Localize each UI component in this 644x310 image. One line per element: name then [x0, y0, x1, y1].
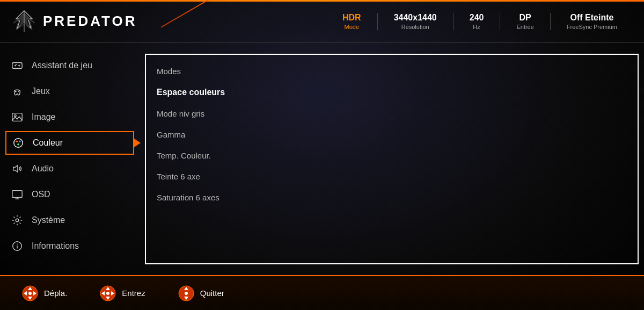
header-stats: HDR Mode 3440x1440 Résolution 240 Hz DP …	[326, 13, 633, 30]
svg-point-15	[16, 140, 18, 142]
nav-entrez-label: Entrez	[122, 289, 145, 298]
svg-point-22	[16, 219, 19, 222]
sidebar-label-jeux: Jeux	[32, 86, 50, 96]
stat-hz: 240 Hz	[453, 13, 501, 30]
freesync-value: Off Eteinte	[570, 13, 613, 23]
osd-icon	[11, 188, 24, 201]
predator-logo-icon	[11, 8, 38, 35]
svg-point-14	[14, 139, 23, 148]
svg-marker-18	[13, 165, 18, 172]
panel-left: Modes Espace couleurs Mode niv gris Gamm…	[145, 54, 295, 264]
nav-quitter-label: Quitter	[200, 289, 224, 298]
sidebar-item-jeux[interactable]: Jeux	[0, 80, 140, 103]
hdr-label: Mode	[345, 24, 360, 30]
sidebar-item-systeme[interactable]: Système	[0, 208, 140, 232]
svg-point-11	[18, 91, 19, 92]
nav-entrez[interactable]: Entrez	[99, 285, 145, 302]
hz-value: 240	[470, 13, 484, 23]
move-icon	[21, 285, 39, 302]
stat-hdr: HDR Mode	[326, 13, 378, 30]
svg-point-17	[17, 143, 19, 146]
svg-point-25	[17, 243, 18, 244]
panel-middle	[295, 54, 480, 264]
logo-area: PREDATOR	[11, 8, 161, 35]
menu-modes[interactable]: Modes	[157, 66, 284, 77]
sidebar-label-systeme: Système	[32, 215, 65, 225]
menu-saturation-6-axes[interactable]: Saturation 6 axes	[157, 192, 284, 203]
sidebar-item-couleur[interactable]: Couleur	[5, 131, 134, 155]
menu-list: Modes Espace couleurs Mode niv gris Gamm…	[157, 60, 284, 203]
quit-icon	[178, 285, 195, 302]
sidebar-label-audio: Audio	[32, 164, 54, 174]
enter-icon	[99, 285, 116, 302]
svg-point-41	[185, 292, 188, 295]
header-divider	[161, 0, 225, 28]
freesync-label: FreeSync Premium	[567, 24, 617, 30]
svg-point-13	[14, 114, 17, 117]
nav-quitter[interactable]: Quitter	[178, 285, 224, 302]
info-icon	[11, 240, 24, 253]
svg-point-5	[14, 65, 16, 67]
header: PREDATOR HDR Mode 3440x1440 Résolution 2…	[0, 0, 644, 43]
content-area: Modes Espace couleurs Mode niv gris Gamm…	[140, 43, 644, 275]
system-icon	[11, 214, 24, 227]
menu-gamma[interactable]: Gamma	[157, 129, 284, 140]
controller-icon	[11, 85, 24, 98]
nav-deplacer-label: Dépla.	[44, 289, 67, 298]
svg-point-37	[106, 292, 109, 295]
input-value: DP	[519, 13, 531, 23]
menu-teinte-6-axe[interactable]: Teinte 6 axe	[157, 171, 284, 182]
svg-rect-19	[12, 191, 22, 198]
gamepad-icon	[11, 59, 24, 72]
sidebar-item-assistant[interactable]: Assistant de jeu	[0, 54, 140, 77]
sidebar: Assistant de jeu Jeux	[0, 43, 140, 275]
nav-deplacer[interactable]: Dépla.	[21, 285, 67, 302]
svg-point-16	[19, 140, 21, 142]
logo-text: PREDATOR	[43, 13, 137, 30]
audio-icon	[11, 162, 24, 175]
stat-resolution: 3440x1440 Résolution	[378, 13, 453, 30]
stat-input: DP Entrée	[500, 13, 550, 30]
svg-point-31	[28, 292, 32, 295]
hz-label: Hz	[473, 24, 480, 30]
sidebar-item-informations[interactable]: Informations	[0, 234, 140, 258]
menu-mode-niv-gris[interactable]: Mode niv gris	[157, 108, 284, 119]
sidebar-label-couleur: Couleur	[33, 138, 63, 148]
color-icon	[12, 136, 25, 149]
svg-point-8	[16, 64, 17, 65]
sidebar-item-osd[interactable]: OSD	[0, 183, 140, 206]
menu-espace-couleurs[interactable]: Espace couleurs	[157, 86, 284, 98]
sidebar-label-assistant: Assistant de jeu	[32, 61, 92, 70]
input-label: Entrée	[516, 24, 533, 30]
sidebar-label-osd: OSD	[32, 190, 50, 199]
resolution-value: 3440x1440	[394, 13, 437, 23]
resolution-label: Résolution	[401, 24, 429, 30]
sidebar-label-informations: Informations	[32, 241, 79, 251]
image-icon	[11, 111, 24, 124]
bottom-navigation: Dépla. Entrez Quitter	[0, 275, 644, 310]
svg-rect-12	[12, 113, 22, 121]
menu-temp-couleur[interactable]: Temp. Couleur.	[157, 150, 284, 161]
hdr-value: HDR	[342, 13, 361, 23]
panel-right	[480, 54, 639, 264]
stat-freesync: Off Eteinte FreeSync Premium	[551, 13, 633, 30]
sidebar-item-audio[interactable]: Audio	[0, 157, 140, 181]
sidebar-label-image: Image	[32, 112, 55, 122]
svg-rect-4	[12, 63, 22, 69]
main-content: Assistant de jeu Jeux	[0, 43, 644, 275]
sidebar-item-image[interactable]: Image	[0, 105, 140, 129]
